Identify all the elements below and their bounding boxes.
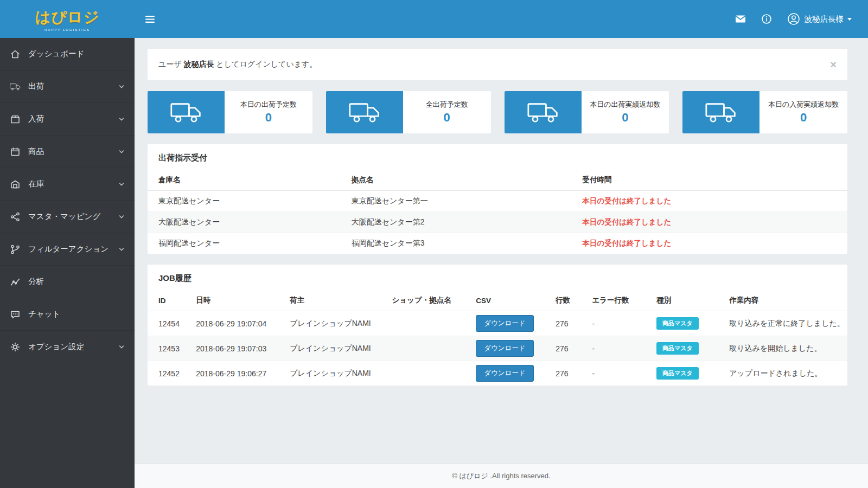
truck-icon (505, 91, 582, 133)
sidebar-item-master-mapping[interactable]: マスタ・マッピング (0, 201, 135, 233)
job-id-cell: 12454 (148, 311, 192, 336)
login-notice: ユーザ 波秘店長 としてログインしています。 × (148, 49, 847, 80)
table-header-row: ID 日時 荷主 ショップ・拠点名 CSV 行数 エラー行数 種別 作業内容 (148, 290, 847, 311)
sidebar: はぴロジ HAPPY LOGISTICS ダッシュボード 出荷 入荷 商品 (0, 0, 135, 488)
warehouse-cell: 東京配送センター (148, 191, 347, 212)
chevron-down-icon (118, 84, 125, 90)
sidebar-item-shipping[interactable]: 出荷 (0, 70, 135, 103)
job-history-panel: JOB履歴 ID 日時 荷主 ショップ・拠点名 CSV 行数 (148, 265, 847, 386)
shop-cell (387, 311, 471, 336)
brand-logo-tagline: HAPPY LOGISTICS (44, 28, 90, 31)
content-area: ユーザ 波秘店長 としてログインしています。 × 本日の出荷予定数 0 全出荷予… (135, 38, 868, 464)
notice-text: ユーザ 波秘店長 としてログインしています。 (158, 60, 317, 69)
stat-body: 全出荷予定数 0 (403, 91, 491, 133)
csv-cell: ダウンロード (471, 311, 551, 336)
chevron-down-icon (118, 246, 125, 253)
main-column: 波秘店長様 ユーザ 波秘店長 としてログインしています。 × 本日の出荷予定数 … (135, 0, 868, 488)
table-row: 大阪配送センター 大阪配送センター第2 本日の受付は終了しました (148, 212, 847, 233)
sidebar-item-analytics[interactable]: 分析 (0, 266, 135, 298)
stat-value: 0 (444, 111, 450, 125)
detail-cell: 取り込みを開始しました。 (725, 336, 847, 361)
home-icon (10, 49, 21, 60)
stat-body: 本日の入荷実績返却数 0 (760, 91, 847, 133)
error-count-cell: - (588, 361, 652, 386)
stat-value: 0 (265, 111, 272, 125)
column-header: 日時 (192, 290, 285, 311)
top-header: 波秘店長様 (135, 0, 868, 38)
stat-label: 本日の出荷予定数 (240, 100, 297, 110)
type-cell: 商品マスタ (652, 311, 725, 336)
truck-icon (682, 91, 760, 133)
column-header: ID (148, 290, 192, 311)
csv-cell: ダウンロード (471, 361, 551, 386)
detail-cell: アップロードされました。 (725, 361, 847, 386)
column-header: エラー行数 (588, 290, 652, 311)
sidebar-item-filter-action[interactable]: フィルターアクション (0, 233, 135, 266)
table-row: 12453 2018-06-29 19:07:03 ブレインショップNAMI ダ… (148, 336, 847, 361)
sidebar-item-dashboard[interactable]: ダッシュボード (0, 38, 135, 70)
truck-icon (10, 81, 21, 92)
brand-logo[interactable]: はぴロジ HAPPY LOGISTICS (0, 0, 135, 38)
panel-title: JOB履歴 (148, 265, 847, 290)
column-header: 受付時間 (578, 170, 847, 191)
network-icon (10, 211, 21, 222)
mail-icon[interactable] (735, 14, 746, 24)
column-header: CSV (471, 290, 551, 311)
close-icon[interactable]: × (830, 61, 837, 68)
sidebar-item-option-settings[interactable]: オプション設定 (0, 331, 135, 363)
stat-card-receiving-returns: 本日の入荷実績返却数 0 (682, 91, 847, 133)
column-header: 種別 (652, 290, 725, 311)
download-button[interactable]: ダウンロード (476, 365, 533, 382)
stat-card-shipping-returns: 本日の出荷実績返却数 0 (505, 91, 669, 133)
sidebar-item-label: 入荷 (28, 114, 44, 124)
table-row: 12454 2018-06-29 19:07:04 ブレインショップNAMI ダ… (148, 311, 847, 336)
sidebar-item-label: 分析 (28, 277, 44, 287)
reception-status: 本日の受付は終了しました (578, 233, 847, 254)
sidebar-item-receiving[interactable]: 入荷 (0, 103, 135, 136)
notice-user-name: 波秘店長 (184, 60, 214, 68)
info-icon[interactable] (761, 14, 772, 24)
table-row: 12452 2018-06-29 19:06:27 ブレインショップNAMI ダ… (148, 361, 847, 386)
stat-label: 本日の出荷実績返却数 (590, 100, 660, 110)
sidebar-item-chat[interactable]: チャット (0, 298, 135, 331)
csv-cell: ダウンロード (471, 336, 551, 361)
hamburger-menu-icon[interactable] (145, 16, 155, 23)
shop-cell (387, 361, 471, 386)
base-cell: 東京配送センター第一 (347, 191, 578, 212)
warehouse-cell: 大阪配送センター (148, 212, 347, 233)
truck-icon (148, 91, 225, 133)
warehouse-cell: 福岡配送センター (148, 233, 347, 254)
reception-status: 本日の受付は終了しました (578, 212, 847, 233)
panel-title: 出荷指示受付 (148, 144, 847, 170)
stat-label: 本日の入荷実績返却数 (768, 100, 839, 110)
chevron-down-icon (118, 149, 125, 155)
user-menu[interactable]: 波秘店長様 (787, 12, 852, 25)
stat-value: 0 (622, 111, 628, 125)
user-name: 波秘店長様 (805, 14, 844, 24)
datetime-cell: 2018-06-29 19:07:04 (192, 311, 285, 336)
sidebar-item-label: ダッシュボード (28, 49, 85, 59)
download-button[interactable]: ダウンロード (476, 315, 533, 332)
shipper-cell: ブレインショップNAMI (285, 361, 387, 386)
table-header-row: 倉庫名 拠点名 受付時間 (148, 170, 847, 191)
sidebar-item-products[interactable]: 商品 (0, 136, 135, 168)
download-button[interactable]: ダウンロード (476, 340, 533, 357)
stat-body: 本日の出荷予定数 0 (225, 91, 312, 133)
job-id-cell: 12453 (148, 336, 192, 361)
type-badge: 商品マスタ (656, 342, 699, 355)
sidebar-item-inventory[interactable]: 在庫 (0, 168, 135, 201)
line-count-cell: 276 (551, 361, 588, 386)
base-cell: 福岡配送センター第3 (347, 233, 578, 254)
app-root: はぴロジ HAPPY LOGISTICS ダッシュボード 出荷 入荷 商品 (0, 0, 868, 488)
sidebar-item-label: フィルターアクション (28, 244, 108, 254)
line-count-cell: 276 (551, 311, 588, 336)
sidebar-item-label: 商品 (28, 146, 44, 157)
branch-icon (10, 244, 21, 255)
type-cell: 商品マスタ (652, 361, 725, 386)
error-count-cell: - (588, 336, 652, 361)
stat-card-all-shipping: 全出荷予定数 0 (326, 91, 491, 133)
stat-body: 本日の出荷実績返却数 0 (582, 91, 669, 133)
analytics-icon (10, 277, 21, 287)
type-badge: 商品マスタ (656, 317, 699, 330)
shipper-cell: ブレインショップNAMI (285, 311, 387, 336)
